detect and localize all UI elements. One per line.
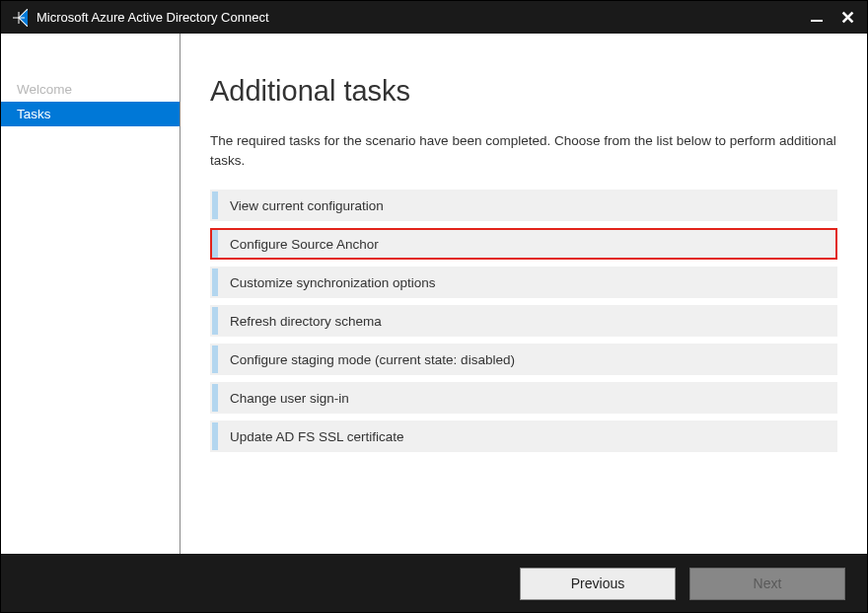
- sidebar-item-welcome[interactable]: Welcome: [1, 77, 180, 102]
- sidebar-item-tasks[interactable]: Tasks: [1, 102, 180, 126]
- task-list: View current configuration Configure Sou…: [210, 190, 837, 452]
- task-label: Refresh directory schema: [230, 314, 382, 329]
- window-controls: ✕: [811, 9, 859, 27]
- task-accent: [212, 345, 218, 373]
- task-change-signin[interactable]: Change user sign-in: [210, 382, 837, 414]
- sidebar: Welcome Tasks: [1, 34, 181, 554]
- task-customize-sync[interactable]: Customize synchronization options: [210, 267, 837, 298]
- task-configure-source-anchor[interactable]: Configure Source Anchor: [210, 228, 837, 260]
- main-content: Additional tasks The required tasks for …: [181, 34, 867, 554]
- task-label: Change user sign-in: [230, 391, 349, 406]
- page-title: Additional tasks: [210, 75, 837, 108]
- sidebar-item-label: Tasks: [17, 107, 51, 121]
- task-staging-mode[interactable]: Configure staging mode (current state: d…: [210, 344, 837, 375]
- button-label: Next: [754, 575, 782, 591]
- page-description: The required tasks for the scenario have…: [210, 131, 837, 170]
- sidebar-item-label: Welcome: [17, 82, 72, 97]
- next-button: Next: [689, 568, 845, 600]
- task-accent: [212, 384, 218, 412]
- task-refresh-schema[interactable]: Refresh directory schema: [210, 305, 837, 337]
- window-title: Microsoft Azure Active Directory Connect: [36, 10, 811, 25]
- task-label: Configure staging mode (current state: d…: [230, 352, 515, 367]
- minimize-icon[interactable]: [811, 20, 823, 22]
- close-icon[interactable]: ✕: [836, 9, 859, 27]
- previous-button[interactable]: Previous: [520, 568, 676, 600]
- task-accent: [212, 230, 218, 258]
- task-accent: [212, 192, 218, 219]
- body-area: Welcome Tasks Additional tasks The requi…: [1, 34, 867, 554]
- task-label: Customize synchronization options: [230, 275, 436, 290]
- app-icon: [9, 8, 29, 28]
- task-label: Configure Source Anchor: [230, 237, 379, 252]
- task-update-ssl[interactable]: Update AD FS SSL certificate: [210, 421, 837, 452]
- button-label: Previous: [571, 575, 624, 591]
- footer: Previous Next: [1, 554, 867, 613]
- task-view-config[interactable]: View current configuration: [210, 190, 837, 221]
- task-label: View current configuration: [230, 198, 384, 213]
- task-label: Update AD FS SSL certificate: [230, 429, 404, 444]
- task-accent: [212, 307, 218, 335]
- titlebar: Microsoft Azure Active Directory Connect…: [1, 1, 867, 34]
- task-accent: [212, 422, 218, 450]
- task-accent: [212, 268, 218, 296]
